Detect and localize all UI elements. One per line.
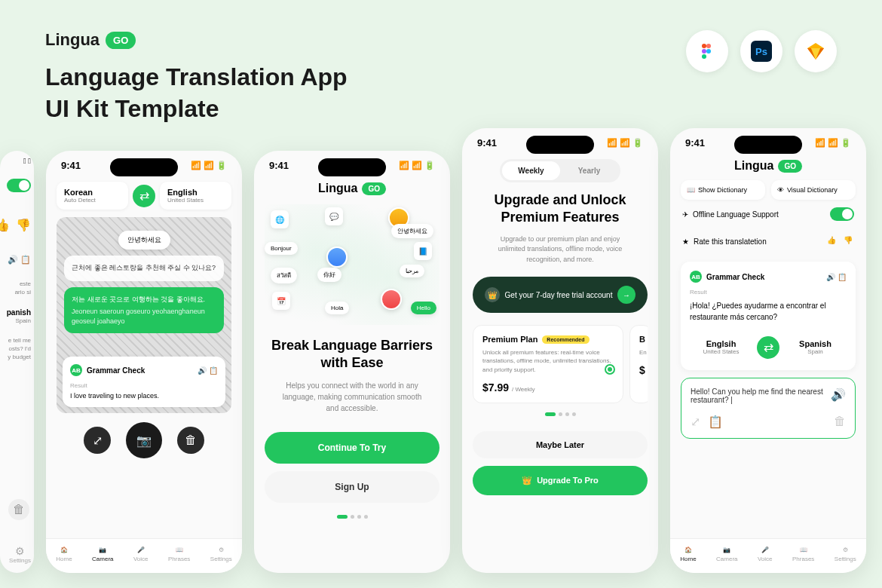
eye-icon: 👁 [777, 186, 784, 194]
capture-button[interactable]: 📷 [126, 422, 162, 458]
signup-button[interactable]: Sign Up [265, 471, 439, 503]
expand-icon[interactable]: ⤢ [691, 415, 700, 429]
plane-icon: ✈ [682, 210, 688, 219]
sketch-icon [795, 30, 837, 72]
page-header: Lingua GO Language Translation App UI Ki… [45, 30, 348, 124]
grammar-badge-icon: AB [690, 271, 702, 283]
notch [318, 158, 386, 176]
trash-icon[interactable]: 🗑 [8, 499, 29, 520]
tool-icons: Ps [686, 30, 837, 72]
star-icon: ★ [682, 237, 689, 246]
maybe-later-button[interactable]: Maybe Later [473, 431, 648, 458]
phone-partial-left: 􀙇 􀛨 👍👎 🔊 📋 esteario si panish Spain e te… [0, 151, 34, 573]
chat-icon: 💬 [325, 207, 343, 225]
plan-cards: Premium Plan Recommended Unlock all prem… [473, 325, 648, 403]
avatar [381, 289, 402, 310]
bottom-nav: 🏠Home 📷Camera 🎤Voice 📖Phrases ⚙Settings [46, 538, 242, 573]
nav-voice[interactable]: 🎤Voice [758, 547, 773, 562]
audio-icon[interactable]: 🔊 📋 [198, 366, 218, 375]
svg-point-2 [702, 49, 706, 54]
tab-yearly[interactable]: Yearly [560, 161, 618, 180]
dict-buttons: 📖Show Dictionary 👁Visual Dictionary [681, 180, 856, 200]
tab-weekly[interactable]: Weekly [502, 161, 560, 180]
upgrade-pro-button[interactable]: 👑 Upgrade To Pro [473, 466, 648, 495]
logo-badge: GO [106, 32, 136, 49]
lang-to[interactable]: Spanish Spain [784, 333, 847, 361]
book-icon: 📘 [414, 242, 432, 260]
rate-setting: ★Rate this translatetion 👍👎 [681, 228, 856, 254]
continue-button[interactable]: Continue To Try [265, 432, 439, 464]
grammar-badge-icon: AB [70, 364, 82, 376]
figma-icon [686, 30, 728, 72]
arrow-icon: → [617, 286, 635, 304]
plan-dots [473, 412, 648, 416]
lang-from[interactable]: Englsih United States [690, 333, 752, 361]
notch [526, 136, 594, 154]
nav-phrases[interactable]: 📖Phrases [168, 547, 190, 562]
calendar-icon: 📅 [272, 292, 290, 310]
translation-bubble: 저는 새로운 곳으로 여행하는 것을 좋아해요. Jeoneun saeroun… [64, 287, 224, 334]
nav-settings[interactable]: ⚙Settings [835, 547, 856, 562]
thumb-down-icon[interactable]: 👎 [16, 218, 31, 232]
avatar [326, 247, 348, 268]
page-title: Language Translation App UI Kit Template [45, 62, 348, 124]
translate-card: AB Grammar Check 🔊 📋 Result ¡Hola! ¿Pued… [681, 262, 856, 370]
swap-button[interactable]: ⇄ [133, 185, 155, 207]
nav-home[interactable]: 🏠Home [56, 547, 72, 562]
camera-controls: ⤢ 📷 🗑 [57, 422, 231, 458]
crown-icon: 👑 [485, 287, 500, 302]
grammar-card: AB Grammar Check 🔊 📋 Result I love trave… [63, 357, 225, 407]
notch [110, 158, 178, 176]
notch [734, 136, 802, 154]
nav-settings[interactable]: ⚙Settings [210, 547, 232, 562]
brand-logo: Lingua GO [45, 30, 348, 50]
plan-card-premium[interactable]: Premium Plan Recommended Unlock all prem… [473, 325, 623, 403]
plan-card-partial[interactable]: B En $ [629, 325, 648, 403]
book-icon: 📖 [687, 186, 695, 194]
world-map: 🌐 💬 안녕하세요 Bonjour 📘 สวัสดี 你好 مرحبا 📅 Ho… [265, 204, 439, 325]
svg-point-0 [702, 44, 706, 48]
nav-home[interactable]: 🏠Home [680, 547, 696, 562]
nav-voice[interactable]: 🎤Voice [133, 547, 149, 562]
onboard-logo: Lingua GO [265, 182, 439, 195]
phone-home: 9:41📶 📶 🔋 Lingua GO 📖Show Dictionary 👁Vi… [670, 128, 866, 573]
logo-text: Lingua [45, 30, 100, 50]
radio-selected[interactable] [605, 364, 615, 375]
svg-text:Ps: Ps [755, 46, 767, 57]
phone-camera: 9:41 📶 📶 🔋 Korean Auto Detect ⇄ English … [46, 151, 242, 573]
speaker-icon[interactable]: 🔊 [831, 387, 846, 402]
input-area[interactable]: Hello! Can you help me find the nearest … [681, 378, 856, 439]
globe-icon: 🌐 [271, 210, 289, 228]
offline-setting: ✈Offline Language Support [681, 200, 856, 228]
audio-icon[interactable]: 🔊 📋 [826, 273, 847, 281]
delete-button[interactable]: 🗑 [177, 427, 204, 454]
onboard-title: Break Language Barriers with Ease [265, 337, 439, 372]
swap-button[interactable]: ⇄ [757, 336, 779, 359]
upgrade-desc: Upgrade to our premium plan and enjoy un… [473, 234, 648, 265]
visual-dictionary-button[interactable]: 👁Visual Dictionary [771, 180, 856, 200]
trial-button[interactable]: 👑 Get your 7-day free trial account → [473, 277, 648, 313]
camera-view: 안녕하세요 근처에 좋은 레스토랑을 추천해 주실 수 있나요? 저는 새로운 … [57, 217, 231, 413]
upgrade-title: Upgrade and Unlock Premium Features [473, 191, 648, 227]
svg-point-1 [706, 44, 711, 48]
thumb-up-icon[interactable]: 👍 [0, 218, 10, 232]
expand-button[interactable]: ⤢ [84, 427, 111, 454]
thumb-down-icon[interactable]: 👎 [844, 236, 854, 247]
toggle[interactable] [7, 179, 31, 192]
lang-from[interactable]: Korean Auto Detect [57, 182, 128, 210]
nav-phrases[interactable]: 📖Phrases [792, 547, 814, 562]
nav-camera[interactable]: 📷Camera [92, 547, 113, 562]
show-dictionary-button[interactable]: 📖Show Dictionary [681, 180, 765, 200]
svg-point-3 [706, 49, 711, 54]
page-dots [265, 515, 439, 519]
nav-camera[interactable]: 📷Camera [716, 547, 737, 562]
thumb-up-icon[interactable]: 👍 [827, 236, 838, 247]
translation-bubble: 근처에 좋은 레스토랑을 추천해 주실 수 있나요? [64, 256, 224, 281]
onboard-desc: Helps you connect with the world in any … [265, 380, 439, 414]
svg-point-4 [702, 54, 706, 59]
copy-icon[interactable]: 📋 [708, 415, 723, 429]
home-logo: Lingua GO [681, 159, 856, 173]
lang-to[interactable]: English United States [160, 182, 231, 210]
offline-toggle[interactable] [830, 207, 854, 221]
trash-icon[interactable]: 🗑 [834, 415, 846, 429]
